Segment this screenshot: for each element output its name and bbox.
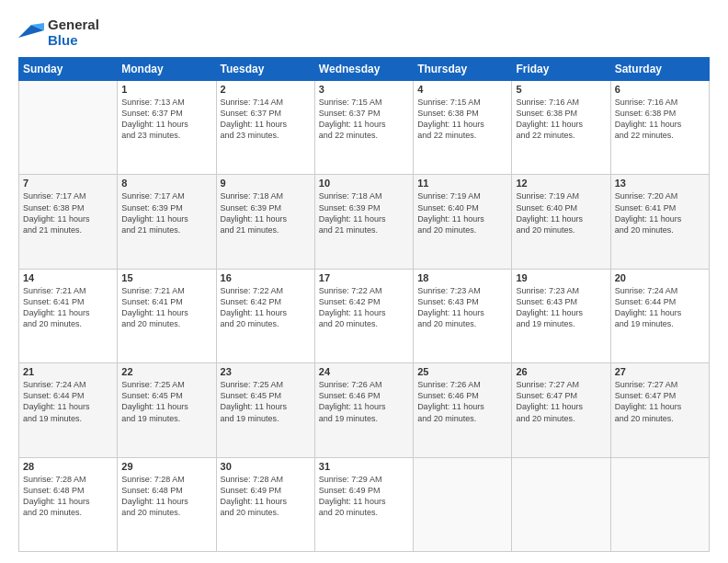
calendar-cell <box>610 457 709 551</box>
day-number: 24 <box>319 366 409 377</box>
calendar-cell: 30Sunrise: 7:28 AM Sunset: 6:49 PM Dayli… <box>216 457 314 551</box>
calendar-cell: 17Sunrise: 7:22 AM Sunset: 6:42 PM Dayli… <box>314 269 413 362</box>
day-info: Sunrise: 7:16 AM Sunset: 6:38 PM Dayligh… <box>615 97 705 142</box>
day-info: Sunrise: 7:17 AM Sunset: 6:39 PM Dayligh… <box>121 190 211 236</box>
calendar-cell: 16Sunrise: 7:22 AM Sunset: 6:42 PM Dayli… <box>216 269 314 362</box>
day-number: 21 <box>23 366 113 377</box>
day-info: Sunrise: 7:28 AM Sunset: 6:49 PM Dayligh… <box>221 474 311 519</box>
calendar-cell: 31Sunrise: 7:29 AM Sunset: 6:49 PM Dayli… <box>314 457 413 551</box>
calendar-cell <box>512 457 610 551</box>
calendar-cell: 11Sunrise: 7:19 AM Sunset: 6:40 PM Dayli… <box>414 175 512 269</box>
day-number: 30 <box>221 461 311 472</box>
day-number: 28 <box>23 461 113 472</box>
page: General Blue SundayMondayTuesdayWednesda… <box>0 0 728 563</box>
calendar-cell: 2Sunrise: 7:14 AM Sunset: 6:37 PM Daylig… <box>216 81 314 175</box>
calendar-cell: 25Sunrise: 7:26 AM Sunset: 6:46 PM Dayli… <box>414 363 512 457</box>
logo-text: General Blue <box>48 17 99 48</box>
calendar-header-thursday: Thursday <box>414 58 512 81</box>
calendar-cell: 3Sunrise: 7:15 AM Sunset: 6:37 PM Daylig… <box>314 81 413 175</box>
calendar-cell: 24Sunrise: 7:26 AM Sunset: 6:46 PM Dayli… <box>314 363 413 457</box>
day-info: Sunrise: 7:24 AM Sunset: 6:44 PM Dayligh… <box>23 379 113 424</box>
day-number: 23 <box>221 366 311 377</box>
calendar-header-monday: Monday <box>118 58 216 81</box>
day-info: Sunrise: 7:18 AM Sunset: 6:39 PM Dayligh… <box>221 190 311 236</box>
calendar-week-4: 28Sunrise: 7:28 AM Sunset: 6:48 PM Dayli… <box>19 457 710 551</box>
calendar-cell: 19Sunrise: 7:23 AM Sunset: 6:43 PM Dayli… <box>512 269 610 362</box>
day-info: Sunrise: 7:24 AM Sunset: 6:44 PM Dayligh… <box>615 285 705 330</box>
day-number: 15 <box>121 272 211 283</box>
day-number: 1 <box>121 84 211 95</box>
calendar-cell: 20Sunrise: 7:24 AM Sunset: 6:44 PM Dayli… <box>610 269 709 362</box>
calendar-cell: 26Sunrise: 7:27 AM Sunset: 6:47 PM Dayli… <box>512 363 610 457</box>
calendar-week-3: 21Sunrise: 7:24 AM Sunset: 6:44 PM Dayli… <box>19 363 710 457</box>
calendar-cell: 14Sunrise: 7:21 AM Sunset: 6:41 PM Dayli… <box>19 269 118 362</box>
day-number: 4 <box>417 84 507 95</box>
calendar-header-wednesday: Wednesday <box>314 58 413 81</box>
calendar-cell: 22Sunrise: 7:25 AM Sunset: 6:45 PM Dayli… <box>118 363 216 457</box>
day-number: 7 <box>23 178 113 189</box>
day-info: Sunrise: 7:23 AM Sunset: 6:43 PM Dayligh… <box>417 285 507 330</box>
day-info: Sunrise: 7:29 AM Sunset: 6:49 PM Dayligh… <box>319 474 409 519</box>
day-info: Sunrise: 7:27 AM Sunset: 6:47 PM Dayligh… <box>516 379 606 424</box>
calendar-cell: 10Sunrise: 7:18 AM Sunset: 6:39 PM Dayli… <box>314 175 413 269</box>
day-info: Sunrise: 7:19 AM Sunset: 6:40 PM Dayligh… <box>516 190 606 236</box>
calendar-cell: 15Sunrise: 7:21 AM Sunset: 6:41 PM Dayli… <box>118 269 216 362</box>
calendar-cell: 8Sunrise: 7:17 AM Sunset: 6:39 PM Daylig… <box>118 175 216 269</box>
day-info: Sunrise: 7:26 AM Sunset: 6:46 PM Dayligh… <box>417 379 507 424</box>
day-info: Sunrise: 7:15 AM Sunset: 6:38 PM Dayligh… <box>417 97 507 142</box>
day-info: Sunrise: 7:28 AM Sunset: 6:48 PM Dayligh… <box>121 474 211 519</box>
day-number: 20 <box>615 272 705 283</box>
day-number: 25 <box>417 366 507 377</box>
day-number: 18 <box>417 272 507 283</box>
calendar-cell: 5Sunrise: 7:16 AM Sunset: 6:38 PM Daylig… <box>512 81 610 175</box>
calendar-header-tuesday: Tuesday <box>216 58 314 81</box>
day-number: 6 <box>615 84 705 95</box>
calendar-cell: 12Sunrise: 7:19 AM Sunset: 6:40 PM Dayli… <box>512 175 610 269</box>
day-number: 16 <box>221 272 311 283</box>
day-info: Sunrise: 7:25 AM Sunset: 6:45 PM Dayligh… <box>221 379 311 424</box>
day-number: 11 <box>417 178 507 189</box>
calendar-week-1: 7Sunrise: 7:17 AM Sunset: 6:38 PM Daylig… <box>19 175 710 269</box>
calendar-cell: 9Sunrise: 7:18 AM Sunset: 6:39 PM Daylig… <box>216 175 314 269</box>
day-number: 22 <box>121 366 211 377</box>
day-info: Sunrise: 7:15 AM Sunset: 6:37 PM Dayligh… <box>319 97 409 142</box>
calendar-table: SundayMondayTuesdayWednesdayThursdayFrid… <box>18 57 710 552</box>
day-number: 9 <box>221 178 311 189</box>
header: General Blue <box>18 17 710 48</box>
calendar-cell: 4Sunrise: 7:15 AM Sunset: 6:38 PM Daylig… <box>414 81 512 175</box>
logo-icon <box>18 21 44 43</box>
calendar-header-row: SundayMondayTuesdayWednesdayThursdayFrid… <box>19 58 710 81</box>
calendar-header-sunday: Sunday <box>19 58 118 81</box>
day-number: 19 <box>516 272 606 283</box>
day-number: 31 <box>319 461 409 472</box>
day-info: Sunrise: 7:25 AM Sunset: 6:45 PM Dayligh… <box>121 379 211 424</box>
calendar-cell: 6Sunrise: 7:16 AM Sunset: 6:38 PM Daylig… <box>610 81 709 175</box>
day-number: 27 <box>615 366 705 377</box>
day-info: Sunrise: 7:22 AM Sunset: 6:42 PM Dayligh… <box>319 285 409 330</box>
day-number: 10 <box>319 178 409 189</box>
day-info: Sunrise: 7:26 AM Sunset: 6:46 PM Dayligh… <box>319 379 409 424</box>
day-info: Sunrise: 7:21 AM Sunset: 6:41 PM Dayligh… <box>23 285 113 330</box>
calendar-week-2: 14Sunrise: 7:21 AM Sunset: 6:41 PM Dayli… <box>19 269 710 362</box>
day-info: Sunrise: 7:22 AM Sunset: 6:42 PM Dayligh… <box>221 285 311 330</box>
day-number: 2 <box>221 84 311 95</box>
day-info: Sunrise: 7:14 AM Sunset: 6:37 PM Dayligh… <box>221 97 311 142</box>
day-info: Sunrise: 7:13 AM Sunset: 6:37 PM Dayligh… <box>121 97 211 142</box>
day-number: 5 <box>516 84 606 95</box>
calendar-cell: 1Sunrise: 7:13 AM Sunset: 6:37 PM Daylig… <box>118 81 216 175</box>
day-info: Sunrise: 7:19 AM Sunset: 6:40 PM Dayligh… <box>417 190 507 236</box>
day-info: Sunrise: 7:28 AM Sunset: 6:48 PM Dayligh… <box>23 474 113 519</box>
day-number: 26 <box>516 366 606 377</box>
calendar-cell: 27Sunrise: 7:27 AM Sunset: 6:47 PM Dayli… <box>610 363 709 457</box>
calendar-cell <box>414 457 512 551</box>
calendar-header-friday: Friday <box>512 58 610 81</box>
calendar-week-0: 1Sunrise: 7:13 AM Sunset: 6:37 PM Daylig… <box>19 81 710 175</box>
day-info: Sunrise: 7:27 AM Sunset: 6:47 PM Dayligh… <box>615 379 705 424</box>
calendar-cell: 7Sunrise: 7:17 AM Sunset: 6:38 PM Daylig… <box>19 175 118 269</box>
calendar-cell: 28Sunrise: 7:28 AM Sunset: 6:48 PM Dayli… <box>19 457 118 551</box>
calendar-cell: 29Sunrise: 7:28 AM Sunset: 6:48 PM Dayli… <box>118 457 216 551</box>
day-number: 17 <box>319 272 409 283</box>
day-info: Sunrise: 7:18 AM Sunset: 6:39 PM Dayligh… <box>319 190 409 236</box>
day-number: 14 <box>23 272 113 283</box>
day-info: Sunrise: 7:20 AM Sunset: 6:41 PM Dayligh… <box>615 190 705 236</box>
